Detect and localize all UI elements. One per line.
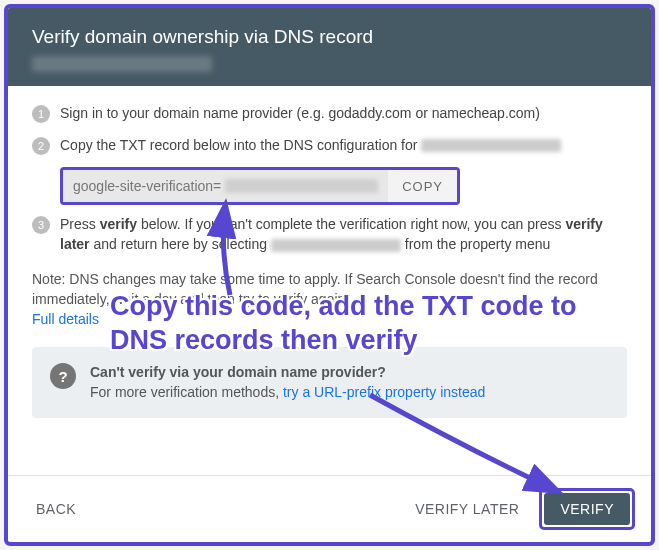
step-3-text: Press verify below. If you can't complet… xyxy=(60,215,627,254)
modal-title: Verify domain ownership via DNS record xyxy=(32,26,627,48)
redacted-domain xyxy=(32,56,212,72)
step-number-3: 3 xyxy=(32,216,50,234)
step-2-text: Copy the TXT record below into the DNS c… xyxy=(60,136,627,156)
redacted-txt-suffix xyxy=(225,179,378,193)
dns-note: Note: DNS changes may take some time to … xyxy=(32,270,627,329)
modal-header: Verify domain ownership via DNS record xyxy=(8,8,651,86)
verify-later-button[interactable]: VERIFY LATER xyxy=(403,493,531,525)
verify-button[interactable]: VERIFY xyxy=(544,493,630,525)
step-3: 3 Press verify below. If you can't compl… xyxy=(32,215,627,254)
back-button[interactable]: BACK xyxy=(24,493,88,525)
modal-body: 1 Sign in to your domain name provider (… xyxy=(8,86,651,475)
step-number-1: 1 xyxy=(32,105,50,123)
url-prefix-link[interactable]: try a URL-prefix property instead xyxy=(283,384,485,400)
verify-button-highlight: VERIFY xyxy=(539,488,635,530)
step-2: 2 Copy the TXT record below into the DNS… xyxy=(32,136,627,156)
full-details-link[interactable]: Full details xyxy=(32,311,99,327)
question-icon: ? xyxy=(50,363,76,389)
txt-record-value[interactable]: google-site-verification= xyxy=(63,170,388,202)
verify-domain-modal: Verify domain ownership via DNS record 1… xyxy=(4,4,655,546)
alternative-method-box: ? Can't verify via your domain name prov… xyxy=(32,347,627,418)
step-number-2: 2 xyxy=(32,137,50,155)
redacted-property xyxy=(271,239,401,252)
txt-record-box: google-site-verification= COPY xyxy=(60,167,460,205)
redacted-domain-inline xyxy=(421,139,561,152)
step-1-text: Sign in to your domain name provider (e.… xyxy=(60,104,627,124)
alt-title: Can't verify via your domain name provid… xyxy=(90,364,386,380)
modal-footer: BACK VERIFY LATER VERIFY xyxy=(8,475,651,542)
step-1: 1 Sign in to your domain name provider (… xyxy=(32,104,627,124)
copy-button[interactable]: COPY xyxy=(388,170,457,202)
